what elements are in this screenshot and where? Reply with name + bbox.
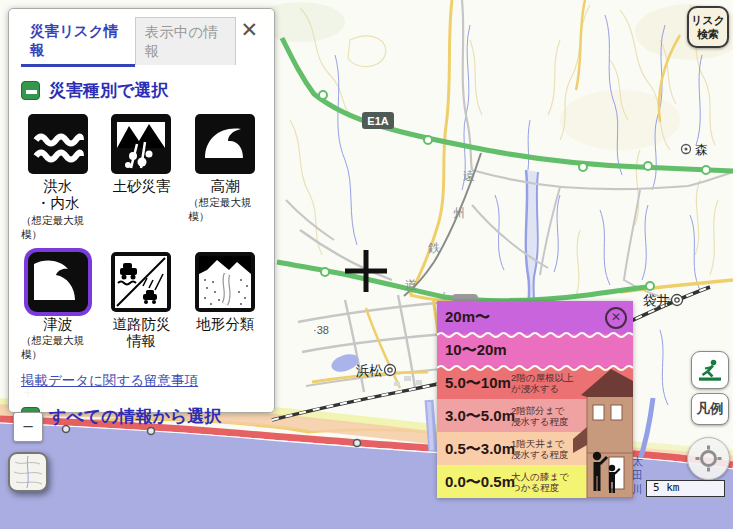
legend-button[interactable]: 凡例 xyxy=(691,393,729,425)
svg-text:·38: ·38 xyxy=(313,324,329,336)
zoom-out-button[interactable]: − xyxy=(13,412,43,442)
landform-icon xyxy=(195,252,255,312)
storm-surge-icon xyxy=(195,114,255,174)
select-all-title: すべての情報から選択 xyxy=(49,405,221,428)
svg-text:遠: 遠 xyxy=(463,169,475,183)
svg-text:鉄: 鉄 xyxy=(428,241,440,255)
svg-text:太: 太 xyxy=(632,455,643,467)
overview-minimap-button[interactable] xyxy=(8,452,48,492)
panel-tabbar: 災害リスク情報 表示中の情報 ✕ xyxy=(21,17,262,67)
legend-row: 3.0〜5.0m 2階部分まで 浸水する程度 xyxy=(437,399,633,432)
svg-text:川: 川 xyxy=(632,483,643,495)
svg-text:州: 州 xyxy=(453,206,465,220)
section-select-by-type: 災害種別で選択 xyxy=(21,79,262,102)
tsunami-depth-legend: 20m〜 ✕ 10〜20m 5.0〜10m 2階の屋根以上 が浸水する 3.0〜… xyxy=(437,301,633,498)
risk-search-button[interactable]: リスク 検索 xyxy=(687,6,729,48)
expressway-badge: E1A xyxy=(362,112,394,129)
legend-row: 5.0〜10m 2階の屋根以上 が浸水する xyxy=(437,367,633,400)
tab-displayed-info[interactable]: 表示中の情報 xyxy=(135,17,237,65)
landslide-icon xyxy=(111,114,171,174)
map-scale-bar: 5 km xyxy=(646,480,725,497)
legend-row: 0.0〜0.5m 大人の膝まで つかる程度 xyxy=(437,465,633,498)
section-title: 災害種別で選択 xyxy=(49,79,168,102)
tsunami-icon xyxy=(28,252,88,312)
section-select-all[interactable]: すべての情報から選択 xyxy=(21,405,262,428)
disaster-type-landform[interactable]: 地形分類 xyxy=(195,252,255,362)
svg-text:道: 道 xyxy=(405,278,417,292)
disaster-type-flood[interactable]: 洪水 ・内水 （想定最大規模） xyxy=(21,114,95,242)
compass-icon xyxy=(695,445,722,472)
collapse-minus-icon[interactable] xyxy=(21,81,40,100)
disaster-info-panel: 災害リスク情報 表示中の情報 ✕ 災害種別で選択 洪水 ・内水 （想定最大規模） xyxy=(8,8,275,413)
disaster-type-storm-surge[interactable]: 高潮 （想定最大規模） xyxy=(188,114,262,242)
svg-text:田: 田 xyxy=(632,469,643,481)
svg-text:E1A: E1A xyxy=(367,115,388,127)
disaster-type-tsunami[interactable]: 津波 （想定最大規模） xyxy=(21,252,95,362)
road-disaster-icon xyxy=(111,252,171,312)
panel-close-icon[interactable]: ✕ xyxy=(236,17,262,43)
disaster-type-landslide[interactable]: 土砂災害 xyxy=(111,114,171,242)
legend-row: 20m〜 ✕ xyxy=(437,301,633,334)
disaster-type-road-disaster[interactable]: 道路防災 情報 xyxy=(111,252,171,362)
svg-text:浜松: 浜松 xyxy=(355,363,383,378)
tab-disaster-risk-info[interactable]: 災害リスク情報 xyxy=(21,17,135,67)
evacuation-site-button[interactable] xyxy=(691,351,729,389)
svg-text:袋井: 袋井 xyxy=(643,293,670,308)
minimap-thumbnail xyxy=(10,454,46,490)
legend-row: 0.5〜3.0m 1階天井まで 浸水する程度 xyxy=(437,432,633,465)
data-notes-link[interactable]: 掲載データに関する留意事項 xyxy=(21,372,198,390)
legend-row: 10〜20m xyxy=(437,334,633,367)
evacuation-person-icon xyxy=(697,357,723,383)
legend-close-icon[interactable]: ✕ xyxy=(605,307,627,329)
current-location-button[interactable] xyxy=(687,437,730,480)
svg-text:森: 森 xyxy=(695,143,708,157)
flood-icon xyxy=(28,114,88,174)
disaster-type-grid: 洪水 ・内水 （想定最大規模） 土砂災害 高潮 xyxy=(21,114,262,362)
